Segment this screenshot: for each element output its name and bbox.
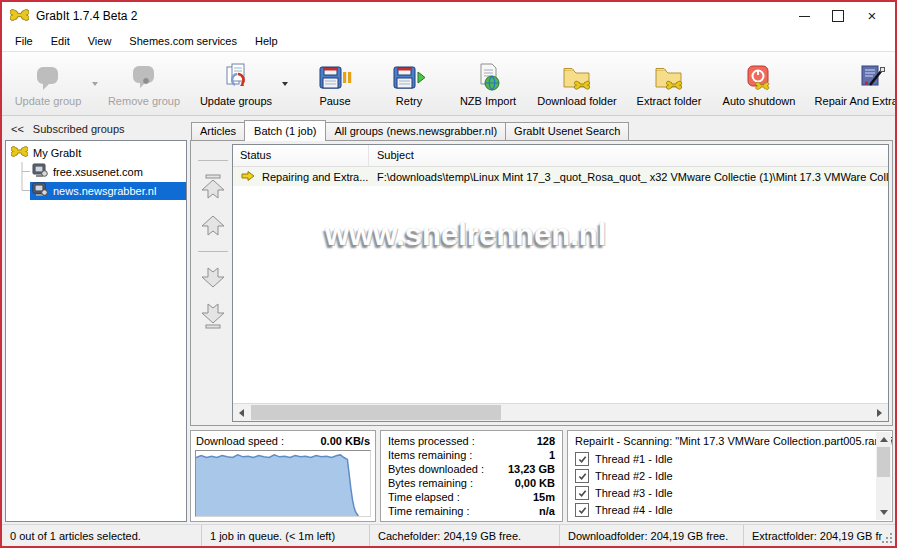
sidebar-header-label: Subscribed groups: [33, 123, 125, 135]
folder-bone-icon: [654, 60, 684, 92]
tree-item-label: My GrabIt: [33, 147, 81, 159]
bone-icon: [10, 9, 29, 23]
stat-label: Bytes downloaded :: [388, 463, 484, 475]
move-down-button[interactable]: [200, 258, 226, 296]
maximize-icon: [832, 10, 844, 22]
remove-group-button[interactable]: Remove group: [98, 57, 190, 110]
toolbar-label: Update groups: [200, 95, 272, 107]
toolbar-label: NZB Import: [460, 95, 516, 107]
power-bone-icon: [745, 60, 773, 92]
tab-usenet-search[interactable]: GrabIt Usenet Search: [505, 122, 629, 140]
toolbar-label: Remove group: [108, 95, 180, 107]
refresh-pages-icon: [221, 60, 251, 92]
tab-strip: Articles Batch (1 job) All groups (news.…: [190, 119, 893, 140]
server-icon: [32, 163, 48, 180]
floppy-pause-icon: [318, 60, 352, 92]
scroll-thumb[interactable]: [251, 405, 501, 420]
repair-wand-icon: [858, 60, 888, 92]
thread-checkbox[interactable]: [575, 503, 589, 517]
update-groups-dropdown[interactable]: [282, 62, 288, 106]
selected-group-highlight: news.newsgrabber.nl: [30, 182, 186, 200]
download-speed-label: Download speed :: [196, 435, 284, 447]
resize-grip[interactable]: [890, 533, 892, 535]
tree-connector: [15, 162, 30, 181]
thread-label: Thread #3 - Idle: [595, 487, 673, 499]
move-to-bottom-button[interactable]: [200, 296, 226, 336]
tree-item-my-grabit[interactable]: My GrabIt: [6, 143, 186, 162]
scroll-left-button[interactable]: [233, 404, 250, 421]
nzb-import-button[interactable]: NZB Import: [452, 57, 524, 110]
vertical-scrollbar[interactable]: [876, 432, 891, 520]
stat-value: 128: [537, 435, 555, 447]
stat-label: Time remaining :: [388, 505, 470, 517]
toolbar-label: Retry: [396, 95, 422, 107]
menu-item-view[interactable]: View: [79, 32, 121, 50]
update-groups-button[interactable]: Update groups: [190, 57, 282, 110]
stat-time-elapsed: Time elapsed : 15m: [388, 491, 555, 503]
toolbar-label: Extract folder: [637, 95, 702, 107]
thread-checkbox[interactable]: [575, 452, 589, 466]
scroll-up-button[interactable]: [876, 432, 891, 447]
thread-checkbox[interactable]: [575, 486, 589, 500]
repair-and-extract-button[interactable]: Repair And Extract Now: [808, 57, 895, 110]
menu-item-help[interactable]: Help: [246, 32, 287, 50]
scroll-right-button[interactable]: [871, 404, 888, 421]
stat-value: 0,00 KB: [515, 477, 555, 489]
page-globe-icon: [474, 60, 502, 92]
close-icon: ×: [868, 11, 877, 21]
titlebar: GrabIt 1.7.4 Beta 2 ×: [2, 2, 895, 30]
menu-item-shemes-services[interactable]: Shemes.com services: [120, 32, 246, 50]
reorder-controls: [194, 144, 232, 422]
tab-articles[interactable]: Articles: [191, 122, 245, 140]
collapse-button[interactable]: <<: [11, 123, 24, 135]
menu-item-edit[interactable]: Edit: [42, 32, 79, 50]
watermark: www.snelrennen.nl: [325, 217, 606, 253]
close-button[interactable]: ×: [855, 4, 889, 28]
batch-job-row[interactable]: Repairing and Extra... F:\downloads\temp…: [233, 167, 888, 186]
stat-bytes-remaining: Bytes remaining : 0,00 KB: [388, 477, 555, 489]
maximize-button[interactable]: [821, 4, 855, 28]
toolbar-label: Auto shutdown: [723, 95, 796, 107]
toolbar-label: Repair And Extract Now: [815, 95, 895, 107]
job-status-text: Repairing and Extra...: [262, 171, 368, 183]
column-header-subject[interactable]: Subject: [369, 145, 888, 166]
stat-label: Bytes remaining :: [388, 477, 473, 489]
scroll-down-button[interactable]: [876, 505, 891, 520]
scroll-thumb[interactable]: [877, 447, 890, 477]
move-up-button[interactable]: [200, 207, 226, 245]
status-cachefolder: Cachefolder: 204,19 GB free.: [370, 525, 560, 546]
column-header-status[interactable]: Status: [233, 145, 369, 166]
extract-folder-button[interactable]: Extract folder: [628, 57, 710, 110]
arrow-to-top-icon: [200, 174, 226, 200]
tree-item-news-newsgrabber[interactable]: news.newsgrabber.nl: [6, 181, 186, 200]
sidebar-subscribed-groups: << Subscribed groups My GrabIt: [4, 119, 187, 522]
horizontal-scrollbar[interactable]: [233, 403, 888, 421]
stat-label: Time elapsed :: [388, 491, 460, 503]
grabit-window: GrabIt 1.7.4 Beta 2 × File Edit View She…: [0, 0, 897, 548]
menu-item-file[interactable]: File: [6, 32, 42, 50]
status-job-queue: 1 job in queue. (< 1m left): [202, 525, 370, 546]
auto-shutdown-button[interactable]: Auto shutdown: [716, 57, 802, 110]
bone-icon: [11, 146, 28, 159]
status-downloadfolder: Downloadfolder: 204,19 GB free.: [560, 525, 744, 546]
tree-item-label: free.xsusenet.com: [53, 166, 143, 178]
download-speed-panel: Download speed : 0.00 KB/s: [190, 430, 376, 522]
pause-button[interactable]: Pause: [302, 57, 368, 110]
tab-batch[interactable]: Batch (1 job): [244, 120, 326, 141]
move-to-top-button[interactable]: [200, 167, 226, 207]
group-page-icon: [34, 60, 62, 92]
download-folder-button[interactable]: Download folder: [532, 57, 622, 110]
stat-bytes-downloaded: Bytes downloaded : 13,23 GB: [388, 463, 555, 475]
minimize-button[interactable]: [787, 4, 821, 28]
status-articles-selected: 0 out of 1 articles selected.: [2, 525, 202, 546]
retry-button[interactable]: Retry: [378, 57, 440, 110]
tab-all-groups[interactable]: All groups (news.newsgrabber.nl): [325, 122, 506, 140]
thread-checkbox[interactable]: [575, 469, 589, 483]
update-group-button[interactable]: Update group: [4, 57, 92, 110]
content-area: << Subscribed groups My GrabIt: [2, 116, 895, 524]
download-graph-area: [196, 455, 358, 516]
thread-label: Thread #1 - Idle: [595, 453, 673, 465]
tree-item-free-xsusenet[interactable]: free.xsusenet.com: [6, 162, 186, 181]
tree-item-label: news.newsgrabber.nl: [53, 185, 156, 197]
stat-items-processed: Items processed : 128: [388, 435, 555, 447]
